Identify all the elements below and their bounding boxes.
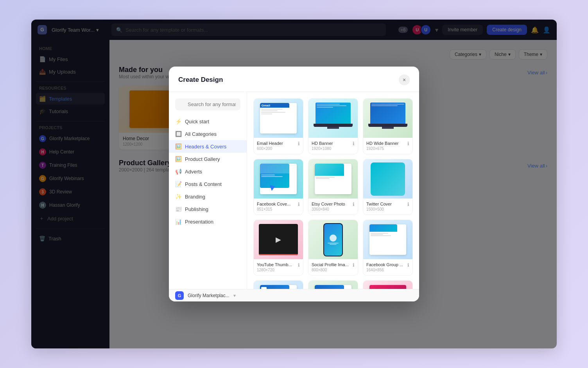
template-info-icon[interactable]: ℹ (353, 202, 355, 207)
template-card-facebook-cover[interactable]: Facebook Cove... 851×315 ℹ (253, 159, 303, 215)
workspace-chevron-icon[interactable]: ▾ (233, 293, 236, 298)
template-card-hd-banner[interactable]: HD Banner 1920×1080 ℹ (308, 98, 358, 154)
template-info-icon[interactable]: ℹ (407, 262, 409, 268)
template-name: HD Banner (312, 141, 333, 146)
template-info-icon[interactable]: ℹ (407, 202, 409, 207)
workspace-name: Glorify Marketplac... (188, 293, 229, 298)
quick-start-icon: ⚡ (175, 118, 182, 124)
template-size: 1500×500 (366, 207, 392, 211)
template-name: Email Header (257, 141, 283, 146)
publishing-icon: 📰 (175, 206, 182, 212)
headers-covers-icon: 🖼️ (175, 143, 182, 150)
modal-nav-adverts[interactable]: 📢 Adverts (169, 165, 247, 178)
template-info-icon[interactable]: ℹ (407, 141, 409, 146)
template-info-icon[interactable]: ℹ (298, 141, 300, 146)
template-name: Etsy Cover Photo (312, 202, 345, 206)
modal-header: Create Design × (169, 67, 419, 92)
product-gallery-icon: 🖼️ (175, 156, 182, 162)
template-size: 1640×856 (366, 268, 403, 272)
workspace-logo: G (175, 291, 184, 300)
modal-search-container: 🔍 (169, 98, 247, 115)
template-card-email-header[interactable]: Gmail (253, 98, 303, 154)
template-name: Facebook Group ... (366, 262, 403, 267)
template-card-linkedin-company[interactable]: LinkedIn Compar... 1536×768 ℹ (253, 280, 303, 289)
template-card-facebook-event[interactable]: Event k Event ... ×0 ℹ (363, 280, 413, 289)
template-name: Social Profile Ima... (312, 262, 349, 267)
template-card-hd-wide-banner[interactable]: HD Wide Banner 1920×675 ℹ (363, 98, 413, 154)
template-card-etsy-cover[interactable]: Etsy Cover Photo 3360×840 ℹ (308, 159, 358, 215)
template-size: 1920×675 (366, 146, 399, 151)
template-info-icon[interactable]: ℹ (353, 262, 355, 268)
template-size: 800×800 (312, 268, 349, 272)
modal-search-wrap: 🔍 (175, 98, 240, 110)
template-size: 1280×720 (257, 268, 292, 272)
template-name: Facebook Cove... (257, 202, 290, 206)
modal-template-grid-container: Gmail (247, 92, 419, 289)
branding-icon: ✨ (175, 193, 182, 200)
modal-nav-headers-covers[interactable]: 🖼️ Headers & Covers (169, 140, 247, 153)
template-card-twitter-cover[interactable]: Twitter Cover 1500×500 ℹ (363, 159, 413, 215)
adverts-icon: 📢 (175, 168, 182, 175)
modal-nav-product-gallery[interactable]: 🖼️ Product Gallery (169, 153, 247, 165)
modal-backdrop: Create Design × 🔍 ⚡ Quick start (31, 20, 557, 348)
modal-sidebar: 🔍 ⚡ Quick start 🔲 All Categories 🖼️ (169, 92, 247, 289)
template-info-icon[interactable]: ℹ (298, 262, 300, 268)
template-size: 600×200 (257, 146, 283, 151)
template-size: 851×315 (257, 207, 290, 211)
template-info-icon[interactable]: ℹ (353, 141, 355, 146)
all-categories-icon: 🔲 (175, 131, 182, 137)
modal-nav-posts-content[interactable]: 📝 Posts & Content (169, 178, 247, 190)
modal-body: 🔍 ⚡ Quick start 🔲 All Categories 🖼️ (169, 92, 419, 289)
modal-nav-branding[interactable]: ✨ Branding (169, 190, 247, 203)
template-card-linkedin2[interactable]: LinkedIn... 1536×768 ℹ (308, 280, 358, 289)
presentation-icon: 📊 (175, 218, 182, 225)
app-shell: G Glorify Team Wor... ▾ 🔍 Search for any… (31, 20, 557, 348)
workspace-bar: G Glorify Marketplac... ▾ (169, 289, 419, 301)
modal-nav-publishing[interactable]: 📰 Publishing (169, 203, 247, 215)
template-card-facebook-group[interactable]: Facebook Group ... 1640×856 ℹ (363, 220, 413, 276)
modal-template-grid: Gmail (253, 98, 413, 289)
template-card-youtube-thumb[interactable]: ▶ YouTube Thumb... 1280×720 ℹ (253, 220, 303, 276)
template-name: Twitter Cover (366, 202, 392, 206)
template-name: HD Wide Banner (366, 141, 399, 146)
template-size: 1920×1080 (312, 146, 333, 151)
posts-content-icon: 📝 (175, 181, 182, 187)
create-design-modal: Create Design × 🔍 ⚡ Quick start (169, 67, 419, 301)
template-size: 3360×840 (312, 207, 345, 211)
modal-nav-presentation[interactable]: 📊 Presentation (169, 215, 247, 228)
template-card-social-profile[interactable]: Social Profile Ima... 800×800 ℹ (308, 220, 358, 276)
modal-nav-quick-start[interactable]: ⚡ Quick start (169, 115, 247, 128)
template-name: YouTube Thumb... (257, 262, 292, 267)
modal-title: Create Design (178, 76, 223, 84)
template-info-icon[interactable]: ℹ (298, 202, 300, 207)
modal-close-button[interactable]: × (399, 74, 410, 85)
modal-nav-all-categories[interactable]: 🔲 All Categories (169, 128, 247, 140)
modal-search-input[interactable] (175, 98, 240, 110)
